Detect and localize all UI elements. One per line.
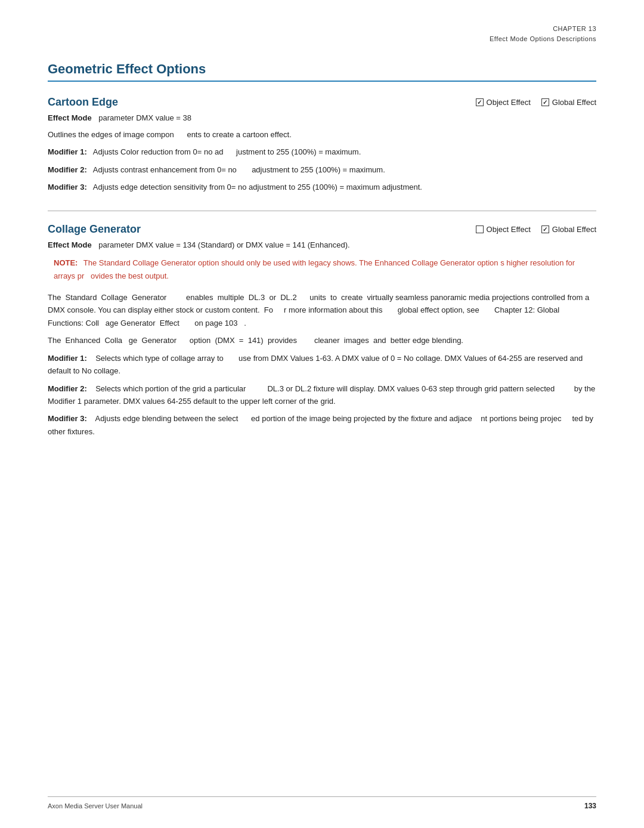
cartoon-object-effect-label: Object Effect	[487, 98, 531, 107]
collage-effect-mode-value: parameter DMX value = 134 (Standard) or …	[98, 240, 349, 249]
cartoon-modifier-1: Modifier 1: Adjusts Color reduction from…	[48, 146, 596, 158]
cartoon-global-effect-label: Global Effect	[552, 98, 596, 107]
collage-modifier-2: Modifier 2: Selects which portion of the…	[48, 382, 596, 408]
cartoon-edge-badges: Object Effect Global Effect	[476, 98, 596, 107]
note-text: The Standard Collage Generator option sh…	[54, 258, 575, 280]
cartoon-effect-mode-label: Effect Mode	[48, 113, 92, 122]
cartoon-effect-mode-value: parameter DMX value = 38	[98, 113, 191, 122]
footer-manual-label: Axon Media Server User Manual	[48, 802, 143, 810]
collage-global-effect-label: Global Effect	[552, 225, 596, 234]
collage-badges: Object Effect Global Effect	[476, 225, 596, 234]
chapter-subtitle: Effect Mode Options Descriptions	[48, 34, 596, 44]
cartoon-effect-mode: Effect Mode parameter DMX value = 38	[48, 113, 596, 122]
collage-header: Collage Generator Object Effect Global E…	[48, 223, 596, 236]
page-title: Geometric Effect Options	[48, 61, 596, 82]
collage-object-effect-badge: Object Effect	[476, 225, 531, 234]
collage-para-1: The Standard Collage Generator enables m…	[48, 291, 596, 329]
cartoon-global-effect-badge: Global Effect	[541, 98, 596, 107]
page-footer: Axon Media Server User Manual 133	[48, 796, 596, 810]
cartoon-modifier-3: Modifier 3: Adjusts edge detection sensi…	[48, 181, 596, 193]
cartoon-edge-section: Cartoon Edge Object Effect Global Effect…	[48, 96, 596, 194]
collage-global-effect-badge: Global Effect	[541, 225, 596, 234]
collage-object-effect-checkbox	[476, 225, 484, 233]
page-header: CHAPTER 13 Effect Mode Options Descripti…	[48, 24, 596, 44]
cartoon-object-effect-badge: Object Effect	[476, 98, 531, 107]
cartoon-modifier-2: Modifier 2: Adjusts contrast enhancement…	[48, 163, 596, 176]
collage-note: NOTE: The Standard Collage Generator opt…	[48, 257, 596, 283]
collage-effect-mode: Effect Mode parameter DMX value = 134 (S…	[48, 240, 596, 249]
section-divider	[48, 211, 596, 211]
collage-title: Collage Generator	[48, 223, 141, 236]
collage-global-effect-checkbox	[541, 225, 549, 233]
collage-para-2: The Enhanced Colla ge Generator option (…	[48, 334, 596, 347]
cartoon-object-effect-checkbox	[476, 98, 484, 106]
cartoon-global-effect-checkbox	[541, 98, 549, 106]
cartoon-edge-title: Cartoon Edge	[48, 96, 118, 109]
page-container: CHAPTER 13 Effect Mode Options Descripti…	[0, 0, 644, 828]
collage-object-effect-label: Object Effect	[487, 225, 531, 234]
note-label: NOTE:	[54, 258, 78, 267]
collage-effect-mode-label: Effect Mode	[48, 240, 92, 249]
cartoon-para-1: Outlines the edges of image compon ents …	[48, 128, 596, 141]
collage-modifier-1: Modifier 1: Selects which type of collag…	[48, 352, 596, 378]
collage-modifier-3: Modifier 3: Adjusts edge blending betwee…	[48, 412, 596, 438]
cartoon-edge-header: Cartoon Edge Object Effect Global Effect	[48, 96, 596, 109]
collage-generator-section: Collage Generator Object Effect Global E…	[48, 223, 596, 438]
chapter-label: CHAPTER 13	[48, 24, 596, 34]
footer-page-number: 133	[584, 802, 596, 810]
